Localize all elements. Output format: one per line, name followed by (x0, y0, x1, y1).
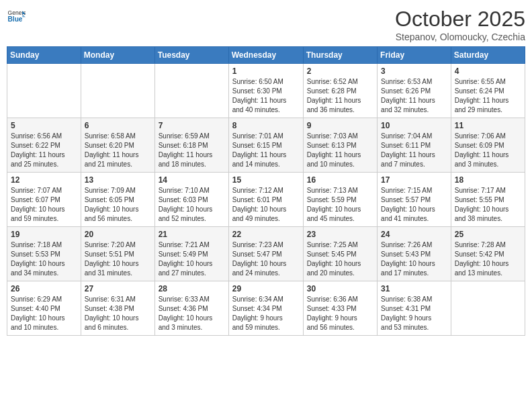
day-number: 30 (307, 284, 373, 293)
day-info: Sunrise: 6:55 AM Sunset: 6:24 PM Dayligh… (455, 77, 521, 115)
calendar-cell: 26Sunrise: 6:29 AM Sunset: 4:40 PM Dayli… (7, 281, 81, 336)
day-number: 20 (85, 230, 151, 239)
day-number: 2 (307, 66, 373, 76)
logo: General Blue (7, 7, 26, 26)
day-number: 26 (11, 284, 77, 293)
calendar-cell: 3Sunrise: 6:53 AM Sunset: 6:26 PM Daylig… (378, 64, 451, 118)
day-info: Sunrise: 6:56 AM Sunset: 6:22 PM Dayligh… (11, 132, 77, 169)
calendar-cell: 17Sunrise: 7:15 AM Sunset: 5:57 PM Dayli… (378, 173, 451, 227)
weekday-header-tuesday: Tuesday (154, 47, 228, 64)
calendar-cell: 2Sunrise: 6:52 AM Sunset: 6:28 PM Daylig… (303, 64, 377, 118)
calendar-cell: 13Sunrise: 7:09 AM Sunset: 6:05 PM Dayli… (81, 173, 154, 227)
day-number: 7 (159, 121, 225, 130)
page-header: General Blue October 2025 Stepanov, Olom… (7, 7, 525, 42)
day-number: 29 (232, 284, 300, 293)
calendar-cell: 25Sunrise: 7:28 AM Sunset: 5:42 PM Dayli… (451, 227, 525, 281)
calendar-cell: 6Sunrise: 6:58 AM Sunset: 6:20 PM Daylig… (81, 118, 154, 173)
day-info: Sunrise: 7:13 AM Sunset: 5:59 PM Dayligh… (307, 186, 373, 224)
calendar-cell (154, 64, 228, 118)
week-row-4: 19Sunrise: 7:18 AM Sunset: 5:53 PM Dayli… (7, 227, 525, 281)
calendar-cell: 27Sunrise: 6:31 AM Sunset: 4:38 PM Dayli… (81, 281, 154, 336)
day-number: 22 (232, 230, 300, 239)
calendar-cell: 14Sunrise: 7:10 AM Sunset: 6:03 PM Dayli… (154, 173, 228, 227)
calendar-cell: 22Sunrise: 7:23 AM Sunset: 5:47 PM Dayli… (228, 227, 303, 281)
day-number: 28 (159, 284, 225, 293)
day-number: 6 (85, 121, 151, 130)
day-info: Sunrise: 7:04 AM Sunset: 6:11 PM Dayligh… (381, 132, 447, 169)
day-number: 4 (455, 66, 521, 76)
weekday-header-sunday: Sunday (7, 47, 81, 64)
day-info: Sunrise: 6:58 AM Sunset: 6:20 PM Dayligh… (85, 132, 151, 169)
calendar-cell: 29Sunrise: 6:34 AM Sunset: 4:34 PM Dayli… (228, 281, 303, 336)
calendar-cell: 23Sunrise: 7:25 AM Sunset: 5:45 PM Dayli… (303, 227, 377, 281)
day-number: 15 (232, 175, 300, 185)
day-info: Sunrise: 7:15 AM Sunset: 5:57 PM Dayligh… (381, 186, 447, 224)
day-info: Sunrise: 7:20 AM Sunset: 5:51 PM Dayligh… (85, 240, 151, 278)
day-info: Sunrise: 7:07 AM Sunset: 6:07 PM Dayligh… (11, 186, 77, 224)
calendar-cell: 31Sunrise: 6:38 AM Sunset: 4:31 PM Dayli… (378, 281, 451, 336)
day-number: 1 (232, 66, 300, 76)
day-info: Sunrise: 6:31 AM Sunset: 4:38 PM Dayligh… (85, 295, 151, 332)
weekday-header-row: SundayMondayTuesdayWednesdayThursdayFrid… (7, 47, 525, 64)
day-info: Sunrise: 7:21 AM Sunset: 5:49 PM Dayligh… (159, 240, 225, 278)
day-info: Sunrise: 7:09 AM Sunset: 6:05 PM Dayligh… (85, 186, 151, 224)
week-row-1: 1Sunrise: 6:50 AM Sunset: 6:30 PM Daylig… (7, 64, 525, 118)
calendar-cell: 18Sunrise: 7:17 AM Sunset: 5:55 PM Dayli… (451, 173, 525, 227)
weekday-header-thursday: Thursday (303, 47, 377, 64)
calendar-cell: 5Sunrise: 6:56 AM Sunset: 6:22 PM Daylig… (7, 118, 81, 173)
weekday-header-monday: Monday (81, 47, 154, 64)
weekday-header-wednesday: Wednesday (228, 47, 303, 64)
day-info: Sunrise: 6:33 AM Sunset: 4:36 PM Dayligh… (159, 295, 225, 332)
week-row-5: 26Sunrise: 6:29 AM Sunset: 4:40 PM Dayli… (7, 281, 525, 336)
day-number: 24 (381, 230, 447, 239)
day-info: Sunrise: 7:10 AM Sunset: 6:03 PM Dayligh… (159, 186, 225, 224)
day-number: 23 (307, 230, 373, 239)
day-info: Sunrise: 7:28 AM Sunset: 5:42 PM Dayligh… (455, 240, 521, 278)
day-number: 21 (159, 230, 225, 239)
calendar-cell: 20Sunrise: 7:20 AM Sunset: 5:51 PM Dayli… (81, 227, 154, 281)
calendar-cell: 15Sunrise: 7:12 AM Sunset: 6:01 PM Dayli… (228, 173, 303, 227)
calendar-cell: 11Sunrise: 7:06 AM Sunset: 6:09 PM Dayli… (451, 118, 525, 173)
day-info: Sunrise: 6:36 AM Sunset: 4:33 PM Dayligh… (307, 295, 373, 332)
day-info: Sunrise: 6:29 AM Sunset: 4:40 PM Dayligh… (11, 295, 77, 332)
calendar-cell: 4Sunrise: 6:55 AM Sunset: 6:24 PM Daylig… (451, 64, 525, 118)
day-number: 12 (11, 175, 77, 185)
day-info: Sunrise: 7:25 AM Sunset: 5:45 PM Dayligh… (307, 240, 373, 278)
day-number: 11 (455, 121, 521, 130)
day-number: 3 (381, 66, 447, 76)
day-info: Sunrise: 7:06 AM Sunset: 6:09 PM Dayligh… (455, 132, 521, 169)
day-number: 10 (381, 121, 447, 130)
day-number: 9 (307, 121, 373, 130)
weekday-header-friday: Friday (378, 47, 451, 64)
calendar-cell: 19Sunrise: 7:18 AM Sunset: 5:53 PM Dayli… (7, 227, 81, 281)
day-info: Sunrise: 7:12 AM Sunset: 6:01 PM Dayligh… (232, 186, 300, 224)
svg-text:Blue: Blue (8, 15, 23, 23)
day-info: Sunrise: 7:23 AM Sunset: 5:47 PM Dayligh… (232, 240, 300, 278)
day-info: Sunrise: 7:03 AM Sunset: 6:13 PM Dayligh… (307, 132, 373, 169)
day-number: 27 (85, 284, 151, 293)
day-info: Sunrise: 6:59 AM Sunset: 6:18 PM Dayligh… (159, 132, 225, 169)
day-number: 5 (11, 121, 77, 130)
day-number: 13 (85, 175, 151, 185)
day-info: Sunrise: 6:38 AM Sunset: 4:31 PM Dayligh… (381, 295, 447, 332)
weekday-header-saturday: Saturday (451, 47, 525, 64)
calendar-cell: 8Sunrise: 7:01 AM Sunset: 6:15 PM Daylig… (228, 118, 303, 173)
week-row-2: 5Sunrise: 6:56 AM Sunset: 6:22 PM Daylig… (7, 118, 525, 173)
day-number: 16 (307, 175, 373, 185)
day-number: 31 (381, 284, 447, 293)
day-number: 19 (11, 230, 77, 239)
day-info: Sunrise: 6:52 AM Sunset: 6:28 PM Dayligh… (307, 77, 373, 115)
day-info: Sunrise: 7:17 AM Sunset: 5:55 PM Dayligh… (455, 186, 521, 224)
calendar-cell (7, 64, 81, 118)
day-number: 18 (455, 175, 521, 185)
calendar-cell: 1Sunrise: 6:50 AM Sunset: 6:30 PM Daylig… (228, 64, 303, 118)
location-subtitle: Stepanov, Olomoucky, Czechia (395, 32, 525, 42)
calendar-cell: 10Sunrise: 7:04 AM Sunset: 6:11 PM Dayli… (378, 118, 451, 173)
calendar-cell (81, 64, 154, 118)
day-info: Sunrise: 7:26 AM Sunset: 5:43 PM Dayligh… (381, 240, 447, 278)
calendar-cell: 24Sunrise: 7:26 AM Sunset: 5:43 PM Dayli… (378, 227, 451, 281)
calendar-cell: 28Sunrise: 6:33 AM Sunset: 4:36 PM Dayli… (154, 281, 228, 336)
calendar-cell: 7Sunrise: 6:59 AM Sunset: 6:18 PM Daylig… (154, 118, 228, 173)
calendar-cell: 30Sunrise: 6:36 AM Sunset: 4:33 PM Dayli… (303, 281, 377, 336)
title-block: October 2025 Stepanov, Olomoucky, Czechi… (395, 7, 525, 42)
